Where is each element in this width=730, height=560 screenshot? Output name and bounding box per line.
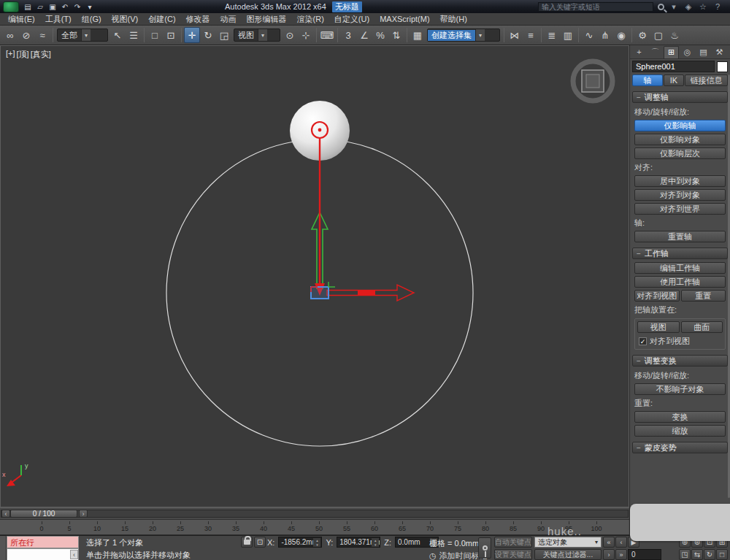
object-color-swatch[interactable] (717, 61, 728, 72)
chevron-down-icon[interactable]: ▾ (258, 29, 267, 41)
new-scene-icon[interactable]: ▤ (22, 1, 34, 12)
viewport-top[interactable]: [+] [顶] [真实] (0, 45, 629, 507)
unlink-selection-icon[interactable]: ⊘ (18, 27, 34, 43)
material-editor-icon[interactable]: ◉ (613, 27, 629, 43)
render-setup-icon[interactable]: ⚙ (634, 27, 650, 43)
select-and-link-icon[interactable]: ∞ (2, 27, 18, 43)
search-icon[interactable] (658, 4, 664, 10)
maxscript-mini-listener-line1[interactable]: 所在行 (7, 536, 79, 548)
edit-named-selections-icon[interactable]: ▦ (410, 27, 426, 43)
window-crossing-icon[interactable]: ⊡ (163, 27, 179, 43)
select-and-scale-icon[interactable]: ◲ (216, 27, 232, 43)
auto-key-button[interactable]: 自动关键点 (494, 537, 532, 548)
percent-snap-icon[interactable]: % (372, 27, 388, 43)
tab-utilities[interactable]: ⚒ (712, 46, 727, 58)
align-to-view-button[interactable]: 对齐到视图 (634, 290, 680, 302)
collapse-icon[interactable]: − (637, 250, 641, 258)
set-keys-button[interactable] (478, 537, 491, 559)
bind-to-space-warp-icon[interactable]: ≈ (34, 27, 50, 43)
collapse-icon[interactable]: − (637, 357, 641, 365)
menu-item[interactable]: 帮助(H) (435, 13, 472, 26)
rollout-header-adjust-pivot[interactable]: − 调整轴 (632, 91, 728, 103)
chevron-down-icon[interactable]: ▾ (475, 29, 485, 41)
y-coordinate-field[interactable]: 1804.371mm▴▾ (337, 537, 380, 548)
chevron-down-icon[interactable]: ▾ (592, 539, 601, 545)
zoom-region-button[interactable]: ◳ (679, 549, 691, 560)
curve-editor-icon[interactable]: ∿ (581, 27, 597, 43)
align-to-object-button[interactable]: 对齐到对象 (634, 189, 726, 201)
place-surface-button[interactable]: 曲面 (681, 321, 723, 333)
mirror-icon[interactable]: ⋈ (507, 27, 523, 43)
select-and-rotate-icon[interactable]: ↻ (200, 27, 216, 43)
dont-affect-children-button[interactable]: 不影响子对象 (634, 383, 726, 395)
select-object-icon[interactable]: ↖ (110, 27, 126, 43)
align-to-world-button[interactable]: 对齐到世界 (634, 203, 726, 215)
select-and-manipulate-icon[interactable]: ⊹ (298, 27, 314, 43)
reference-coordinate-dropdown[interactable]: 视图▾ (234, 28, 280, 42)
reset-transform-button[interactable]: 变换 (634, 411, 726, 423)
open-file-icon[interactable]: ▱ (34, 1, 46, 12)
place-view-button[interactable]: 视图 (637, 321, 680, 333)
viewport-menu-shading[interactable]: [真实] (31, 49, 51, 60)
select-and-move-icon[interactable]: ✛ (184, 27, 200, 43)
time-slider[interactable]: ‹ 0 / 100 › (0, 507, 629, 520)
keyboard-override-icon[interactable]: ⌨ (319, 27, 335, 43)
snap-toggle-3d-icon[interactable]: 3 (340, 27, 356, 43)
viewport-canvas[interactable]: y x (1, 46, 629, 507)
reset-pivot-button[interactable]: 重置轴 (634, 231, 726, 242)
menu-item[interactable]: MAXScript(M) (374, 14, 434, 24)
time-slider-track[interactable] (1, 510, 629, 518)
selection-lock-button[interactable] (241, 537, 253, 548)
collapse-icon[interactable]: − (637, 444, 641, 452)
spinner-icon[interactable]: ▴▾ (313, 538, 320, 547)
time-slider-next-icon[interactable]: › (79, 510, 88, 518)
redo-icon[interactable]: ↷ (72, 1, 83, 12)
subtab-ik[interactable]: IK (664, 74, 684, 86)
maxscript-mini-listener-line2[interactable] (7, 548, 79, 560)
pan-button[interactable]: ⇆ (691, 549, 703, 560)
menu-item[interactable]: 图形编辑器 (242, 13, 292, 26)
3ds-max-logo[interactable] (3, 1, 19, 12)
center-to-object-button[interactable]: 居中到对象 (634, 175, 726, 187)
search-dropdown-icon[interactable]: ▾ (669, 2, 679, 12)
rendered-frame-icon[interactable]: ▢ (650, 27, 666, 43)
set-key-mode-button[interactable]: 设置关键点 (494, 549, 532, 560)
spinner-snap-icon[interactable]: ⇅ (388, 27, 404, 43)
absolute-mode-button[interactable]: ⊡ (254, 537, 266, 548)
menu-item[interactable]: 工具(T) (40, 13, 77, 26)
use-pivot-center-icon[interactable]: ⊙ (282, 27, 298, 43)
listener-scroll-icon[interactable]: ‹ (70, 550, 78, 559)
edit-working-pivot-button[interactable]: 编辑工作轴 (634, 262, 726, 274)
search-input[interactable] (538, 2, 653, 12)
time-slider-prev-icon[interactable]: ‹ (1, 510, 10, 518)
previous-frame-button[interactable]: ‹ (615, 537, 627, 548)
communication-center-icon[interactable]: ◈ (683, 2, 694, 12)
object-name-field[interactable]: Sphere001 (632, 61, 715, 72)
tab-hierarchy[interactable]: ⊞ (664, 46, 679, 58)
selection-filter-dropdown[interactable]: 全部▾ (57, 28, 108, 42)
layer-manager-icon[interactable]: ≣ (544, 27, 560, 43)
qat-dropdown-icon[interactable]: ▾ (84, 1, 96, 12)
menu-item[interactable]: 创建(C) (143, 13, 180, 26)
key-mode-dropdown[interactable]: 选定对象 ▾ (534, 537, 602, 548)
pivot-gizmo[interactable] (311, 287, 328, 299)
ribbon-toggle-icon[interactable]: ▥ (560, 27, 576, 43)
rollout-header-skin-pose[interactable]: − 蒙皮姿势 (632, 442, 728, 453)
key-filters-button[interactable]: 关键点过滤器... (534, 549, 602, 560)
menu-item[interactable]: 渲染(R) (292, 13, 329, 26)
go-to-end-button[interactable]: » (615, 549, 627, 560)
use-working-pivot-button[interactable]: 使用工作轴 (634, 276, 726, 288)
rectangular-selection-icon[interactable]: □ (147, 27, 163, 43)
reset-scale-button[interactable]: 缩放 (634, 425, 726, 437)
align-icon[interactable]: ≡ (523, 27, 539, 43)
viewcube[interactable] (569, 57, 617, 105)
menu-item[interactable]: 组(G) (77, 13, 107, 26)
maximize-viewport-button[interactable]: □ (716, 549, 728, 560)
time-slider-handle[interactable]: 0 / 100 (10, 510, 77, 518)
rollout-header-working-pivot[interactable]: − 工作轴 (632, 248, 728, 259)
affect-hierarchy-only-button[interactable]: 仅影响层次 (634, 147, 726, 159)
menu-item[interactable]: 自定义(U) (329, 13, 374, 26)
render-production-icon[interactable]: ♨ (666, 27, 683, 43)
spinner-icon[interactable]: ▴▾ (372, 538, 379, 547)
menu-item[interactable]: 视图(V) (107, 13, 144, 26)
